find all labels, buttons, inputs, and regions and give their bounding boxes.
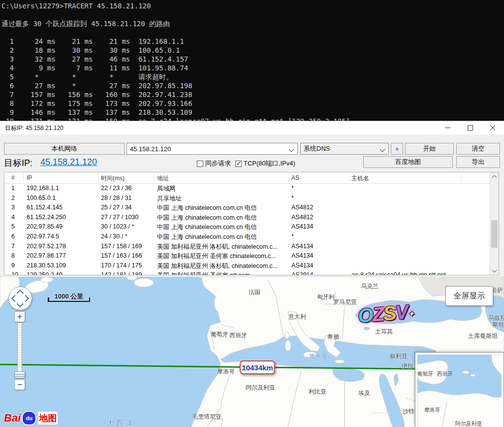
chevron-down-icon[interactable] xyxy=(379,146,385,152)
pan-down-icon[interactable] xyxy=(17,300,24,307)
add-target-button[interactable]: + xyxy=(391,143,403,155)
minimize-button[interactable] xyxy=(436,121,459,134)
table-row[interactable]: 10129.250.2.49142 / 181 / 189美国 加利福尼亚州 圣… xyxy=(4,270,490,275)
column-header[interactable]: 主机名 xyxy=(351,174,369,183)
baidu-logo-bai: Bai xyxy=(4,412,21,425)
minimap-label: 摩洛哥 xyxy=(424,406,441,414)
pan-up-icon[interactable] xyxy=(17,290,24,296)
map-pan-control[interactable] xyxy=(8,287,32,310)
window-title: 目标IP: 45.158.21.120 xyxy=(5,124,63,132)
cell-addr: 美国 加利福尼亚州 圣何塞 ntt.com xyxy=(157,271,250,275)
cell-ip: 218.30.53.109 xyxy=(27,262,66,269)
cell-addr: 美国 加利福尼亚州 圣何塞 chinatelecom.c... xyxy=(157,252,276,261)
local-network-button[interactable]: 本机网络 xyxy=(4,143,125,155)
overview-minimap[interactable]: 葡萄牙西班牙摩洛哥阿尔及利亚 xyxy=(415,352,504,427)
table-row[interactable]: 461.152.24.25027 / 27 / 1030中国 上海 chinat… xyxy=(4,212,490,222)
terminal-window[interactable]: C:\Users\12279>TRACERT 45.158.21.120 通过最… xyxy=(0,0,504,121)
table-row[interactable]: 9218.30.53.109170 / 174 / 175美国 加利福尼亚州 洛… xyxy=(4,261,490,270)
column-header[interactable]: # xyxy=(11,174,15,181)
start-button[interactable]: 开始 xyxy=(405,143,454,155)
target-ip-link[interactable]: 45.158.21.120 xyxy=(40,157,97,167)
cell-addr: 共享地址 xyxy=(157,195,182,203)
table-row[interactable]: 7202.97.52.178157 / 158 / 169美国 加利福尼亚州 洛… xyxy=(4,241,490,251)
maximize-button[interactable] xyxy=(459,121,481,134)
trace-table-body: 1192.168.1.122 / 23 / 36局域网*2100.65.0.12… xyxy=(4,183,490,275)
zoom-out-button[interactable]: − xyxy=(14,379,25,390)
scroll-down-button[interactable] xyxy=(490,266,499,275)
map-label: 利比亚 xyxy=(309,388,326,396)
table-row[interactable]: 8202.97.86.177157 / 163 / 166美国 加利福尼亚州 圣… xyxy=(4,251,490,261)
cell-as: * xyxy=(291,185,294,192)
map-label: 西班牙 xyxy=(229,331,247,340)
tcp-label: TCP(80端口,IPv4) xyxy=(244,159,295,168)
column-header[interactable]: 地址 xyxy=(157,174,169,183)
cell-ip: 192.168.1.1 xyxy=(27,185,59,192)
cell-ip: 202.97.86.177 xyxy=(27,252,66,259)
pan-right-icon[interactable] xyxy=(22,295,29,302)
minimap-content: 葡萄牙西班牙摩洛哥阿尔及利亚 xyxy=(417,355,502,427)
cell-addr: 中国 上海 chinatelecom.com.cn 电信 xyxy=(157,214,257,222)
dns-select-value: 系统DNS xyxy=(304,144,330,153)
column-separator xyxy=(288,173,289,182)
map-label: 叙利亚 xyxy=(390,352,408,361)
cell-addr: 美国 加利福尼亚州 洛杉矶, chinatelecom.c... xyxy=(157,262,278,270)
close-button[interactable] xyxy=(481,121,504,134)
table-row[interactable]: 5202.97.85.4930 / 1023 / *中国 上海 chinatel… xyxy=(4,222,490,231)
cell-ip: 202.97.74.5 xyxy=(27,233,59,240)
map-label: 法国 xyxy=(249,288,260,296)
checkbox-icon xyxy=(197,161,203,167)
minimize-icon xyxy=(445,128,450,128)
table-scrollbar[interactable] xyxy=(490,172,499,275)
map-label: 大西洋 xyxy=(107,419,135,427)
cell-ip: 61.152.4.145 xyxy=(27,204,63,211)
cell-as: AS4812 xyxy=(291,214,313,221)
export-button[interactable]: 导出 xyxy=(456,156,500,168)
target-ip-value: 45.158.21.120 xyxy=(130,145,171,153)
scrollbar-thumb[interactable] xyxy=(491,220,498,248)
cell-num: 1 xyxy=(11,185,15,192)
clear-button[interactable]: 清空 xyxy=(456,143,500,155)
cell-num: 6 xyxy=(11,233,15,240)
zoom-slider-track[interactable] xyxy=(17,323,22,373)
cell-as: AS4134 xyxy=(291,223,313,230)
column-separator xyxy=(23,173,24,182)
scroll-up-button[interactable] xyxy=(490,172,499,181)
target-ip-combobox[interactable]: 45.158.21.120 xyxy=(126,143,298,155)
zoom-in-button[interactable]: + xyxy=(14,311,25,322)
table-row[interactable]: 361.152.4.14525 / 27 / 34中国 上海 chinatele… xyxy=(4,202,490,212)
column-header[interactable]: 时间(ms) xyxy=(101,174,125,183)
pan-left-icon[interactable] xyxy=(11,295,18,302)
column-header[interactable]: IP xyxy=(27,174,32,181)
baidu-map-panel[interactable]: 波兰法国乌克兰匈牙利罗马尼亚意大利希腊土耳其叙利亚伊拉克葡萄牙西班牙摩洛哥阿尔及… xyxy=(0,277,504,427)
chevron-up-icon xyxy=(492,175,497,180)
map-label: 罗马尼亚 xyxy=(333,298,357,306)
cell-time: 157 / 158 / 169 xyxy=(101,243,142,250)
cell-num: 7 xyxy=(11,243,15,250)
table-row[interactable]: 6202.97.74.524 / 30 / *中国 上海 chinateleco… xyxy=(4,231,490,241)
fullscreen-button[interactable]: 全屏显示 xyxy=(445,286,493,306)
dns-select[interactable]: 系统DNS xyxy=(300,143,389,155)
cell-time: 25 / 27 / 34 xyxy=(101,204,132,211)
chevron-down-icon[interactable] xyxy=(288,146,294,152)
maximize-icon xyxy=(468,125,473,131)
cell-as: AS2914 xyxy=(291,271,313,275)
column-separator xyxy=(461,173,462,182)
sync-request-checkbox[interactable]: 同步请求 xyxy=(197,159,231,168)
column-header[interactable]: AS xyxy=(291,174,299,181)
table-row[interactable]: 1192.168.1.122 / 23 / 36局域网* xyxy=(4,183,490,193)
zoom-slider-thumb[interactable] xyxy=(14,371,25,378)
minimap-land-shapes xyxy=(417,355,502,427)
close-icon xyxy=(490,125,496,131)
trace-table: #IP时间(ms)地址AS主机名 1192.168.1.122 / 23 / 3… xyxy=(4,172,499,275)
cell-addr: 局域网 xyxy=(157,185,176,193)
column-separator xyxy=(349,173,349,182)
table-row[interactable]: 2100.65.0.128 / 28 / 31共享地址* xyxy=(4,193,490,203)
cell-time: 30 / 1023 / * xyxy=(101,223,134,230)
cell-as: * xyxy=(291,195,294,201)
distance-badge: 10434km xyxy=(240,361,275,374)
cell-time: 27 / 27 / 1030 xyxy=(101,214,138,221)
tcp-checkbox[interactable]: TCP(80端口,IPv4) xyxy=(235,159,295,168)
terminal-output: C:\Users\12279>TRACERT 45.158.21.120 通过最… xyxy=(0,0,504,121)
cell-num: 3 xyxy=(11,204,15,211)
baidu-map-button[interactable]: 百度地图 xyxy=(363,156,453,168)
